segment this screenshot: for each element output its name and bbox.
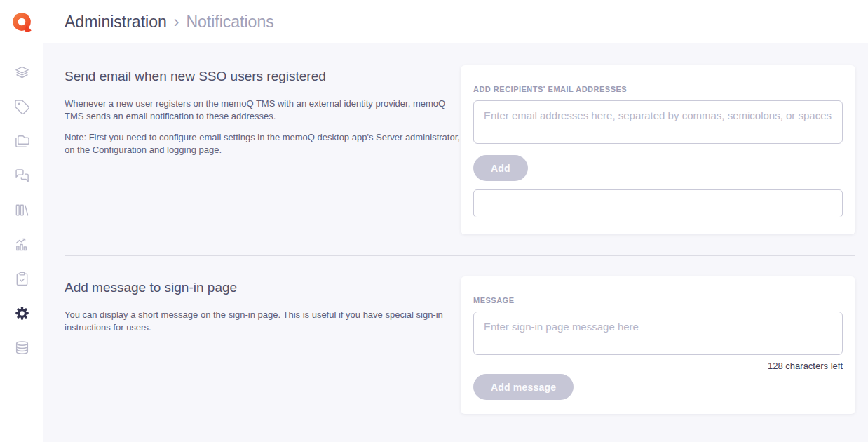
characters-left-counter: 128 characters left bbox=[473, 361, 843, 371]
signin-message-input[interactable] bbox=[473, 312, 843, 355]
library-icon bbox=[14, 202, 30, 218]
statistics-icon bbox=[14, 236, 30, 253]
breadcrumb-administration[interactable]: Administration bbox=[65, 13, 167, 32]
signin-message-section: Add message to sign-in page You can disp… bbox=[65, 256, 855, 414]
breadcrumb: Administration › Notifications bbox=[65, 13, 274, 32]
signin-message-title: Add message to sign-in page bbox=[65, 280, 461, 295]
sidebar-item-tasks[interactable] bbox=[14, 271, 30, 287]
sidebar-nav bbox=[14, 65, 30, 356]
signin-message-description: Add message to sign-in page You can disp… bbox=[65, 276, 461, 342]
sidebar-item-discussions[interactable] bbox=[14, 168, 30, 184]
breadcrumb-notifications: Notifications bbox=[186, 13, 273, 32]
sidebar-item-resources[interactable] bbox=[14, 202, 30, 218]
sso-email-title: Send email when new SSO users registered bbox=[65, 69, 461, 84]
sidebar bbox=[0, 0, 43, 442]
folders-icon bbox=[14, 133, 30, 149]
sso-email-body-2: Note: First you need to configure email … bbox=[65, 131, 461, 156]
add-recipients-button[interactable]: Add bbox=[473, 155, 528, 181]
sidebar-item-administration[interactable] bbox=[14, 305, 30, 321]
header: Administration › Notifications bbox=[43, 0, 868, 43]
email-addresses-label: ADD RECIPIENTS' EMAIL ADDRESSES bbox=[473, 85, 843, 93]
message-label: MESSAGE bbox=[473, 296, 843, 304]
memoq-logo-icon bbox=[8, 9, 35, 36]
email-addresses-input[interactable] bbox=[473, 100, 843, 144]
tag-icon bbox=[14, 99, 30, 115]
add-message-button[interactable]: Add message bbox=[473, 374, 574, 400]
sidebar-item-folders[interactable] bbox=[14, 133, 30, 149]
database-icon bbox=[14, 340, 30, 356]
sso-email-panel: ADD RECIPIENTS' EMAIL ADDRESSES Add bbox=[461, 65, 855, 234]
chat-bubbles-icon bbox=[14, 168, 30, 184]
signin-message-panel: MESSAGE 128 characters left Add message bbox=[461, 276, 855, 414]
main-content: Send email when new SSO users registered… bbox=[43, 43, 868, 442]
sso-email-body-1: Whenever a new user registers on the mem… bbox=[65, 98, 461, 122]
sidebar-item-tags[interactable] bbox=[14, 99, 30, 115]
breadcrumb-separator-icon: › bbox=[174, 13, 179, 32]
sidebar-item-storage[interactable] bbox=[14, 340, 30, 356]
sidebar-item-reports[interactable] bbox=[14, 236, 30, 253]
memoq-logo[interactable] bbox=[8, 9, 35, 36]
sso-email-section: Send email when new SSO users registered… bbox=[65, 43, 855, 234]
recipients-list bbox=[473, 189, 843, 217]
signin-message-body-1: You can display a short message on the s… bbox=[65, 309, 461, 333]
gear-icon bbox=[14, 305, 30, 321]
sidebar-item-layers[interactable] bbox=[14, 65, 30, 81]
layers-icon bbox=[14, 65, 30, 81]
bottom-divider bbox=[65, 434, 855, 434]
clipboard-check-icon bbox=[14, 271, 30, 287]
sso-email-description: Send email when new SSO users registered… bbox=[65, 65, 461, 165]
